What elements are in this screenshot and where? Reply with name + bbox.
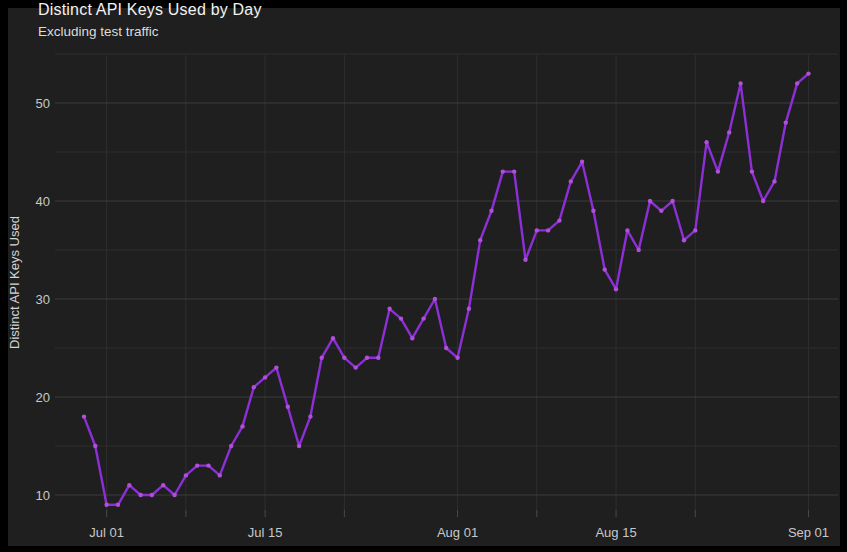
- data-point-marker[interactable]: [591, 209, 595, 213]
- data-point-marker[interactable]: [603, 267, 607, 271]
- y-tick-label: 10: [36, 488, 50, 503]
- data-point-marker[interactable]: [693, 228, 697, 232]
- data-point-marker[interactable]: [670, 199, 674, 203]
- x-tick-label: Jul 15: [248, 525, 283, 540]
- data-point-marker[interactable]: [354, 365, 358, 369]
- data-point-marker[interactable]: [727, 130, 731, 134]
- data-point-marker[interactable]: [580, 160, 584, 164]
- data-point-marker[interactable]: [535, 228, 539, 232]
- data-point-marker[interactable]: [625, 228, 629, 232]
- data-line-series[interactable]: [84, 74, 809, 505]
- data-point-marker[interactable]: [467, 307, 471, 311]
- data-point-marker[interactable]: [455, 356, 459, 360]
- data-point-marker[interactable]: [648, 199, 652, 203]
- data-point-marker[interactable]: [127, 483, 131, 487]
- data-point-marker[interactable]: [206, 463, 210, 467]
- data-point-marker[interactable]: [240, 424, 244, 428]
- data-point-marker[interactable]: [274, 365, 278, 369]
- data-point-marker[interactable]: [716, 169, 720, 173]
- y-tick-label: 50: [36, 96, 50, 111]
- data-point-marker[interactable]: [637, 248, 641, 252]
- x-tick-label: Aug 01: [437, 525, 478, 540]
- data-point-marker[interactable]: [761, 199, 765, 203]
- data-point-marker[interactable]: [297, 444, 301, 448]
- data-point-marker[interactable]: [104, 503, 108, 507]
- line-chart-plot-area[interactable]: Jul 01Jul 15Aug 01Aug 15Sep 011020304050…: [0, 0, 847, 552]
- data-point-marker[interactable]: [557, 218, 561, 222]
- data-point-marker[interactable]: [308, 414, 312, 418]
- data-point-marker[interactable]: [501, 169, 505, 173]
- data-point-marker[interactable]: [399, 316, 403, 320]
- data-point-marker[interactable]: [433, 297, 437, 301]
- data-point-marker[interactable]: [772, 179, 776, 183]
- data-point-marker[interactable]: [229, 444, 233, 448]
- data-point-marker[interactable]: [523, 258, 527, 262]
- data-point-marker[interactable]: [750, 169, 754, 173]
- data-point-marker[interactable]: [614, 287, 618, 291]
- y-tick-label: 40: [36, 194, 50, 209]
- data-point-marker[interactable]: [342, 356, 346, 360]
- y-axis-title: Distinct API Keys Used: [7, 216, 22, 349]
- data-point-marker[interactable]: [806, 71, 810, 75]
- data-point-marker[interactable]: [93, 444, 97, 448]
- data-point-marker[interactable]: [263, 375, 267, 379]
- data-point-marker[interactable]: [320, 356, 324, 360]
- data-point-marker[interactable]: [421, 316, 425, 320]
- data-point-marker[interactable]: [478, 238, 482, 242]
- y-tick-label: 30: [36, 292, 50, 307]
- data-point-marker[interactable]: [82, 414, 86, 418]
- y-tick-label: 20: [36, 390, 50, 405]
- data-point-marker[interactable]: [682, 238, 686, 242]
- data-point-marker[interactable]: [161, 483, 165, 487]
- data-point-marker[interactable]: [376, 356, 380, 360]
- data-point-marker[interactable]: [512, 169, 516, 173]
- data-point-marker[interactable]: [569, 179, 573, 183]
- data-point-marker[interactable]: [331, 336, 335, 340]
- data-point-marker[interactable]: [489, 209, 493, 213]
- data-point-marker[interactable]: [286, 405, 290, 409]
- data-point-marker[interactable]: [444, 346, 448, 350]
- data-point-marker[interactable]: [150, 493, 154, 497]
- data-point-marker[interactable]: [795, 81, 799, 85]
- data-point-marker[interactable]: [387, 307, 391, 311]
- data-point-marker[interactable]: [252, 385, 256, 389]
- x-tick-label: Jul 01: [89, 525, 124, 540]
- data-point-marker[interactable]: [116, 503, 120, 507]
- data-point-marker[interactable]: [138, 493, 142, 497]
- x-tick-label: Sep 01: [788, 525, 829, 540]
- data-point-marker[interactable]: [218, 473, 222, 477]
- data-point-marker[interactable]: [410, 336, 414, 340]
- data-point-marker[interactable]: [704, 140, 708, 144]
- data-point-marker[interactable]: [184, 473, 188, 477]
- data-point-marker[interactable]: [195, 463, 199, 467]
- chart-page: Distinct API Keys Used by Day Excluding …: [0, 0, 847, 552]
- data-point-marker[interactable]: [365, 356, 369, 360]
- data-point-marker[interactable]: [659, 209, 663, 213]
- data-point-marker[interactable]: [784, 120, 788, 124]
- x-tick-label: Aug 15: [595, 525, 636, 540]
- data-point-marker[interactable]: [738, 81, 742, 85]
- data-point-marker[interactable]: [172, 493, 176, 497]
- data-point-marker[interactable]: [546, 228, 550, 232]
